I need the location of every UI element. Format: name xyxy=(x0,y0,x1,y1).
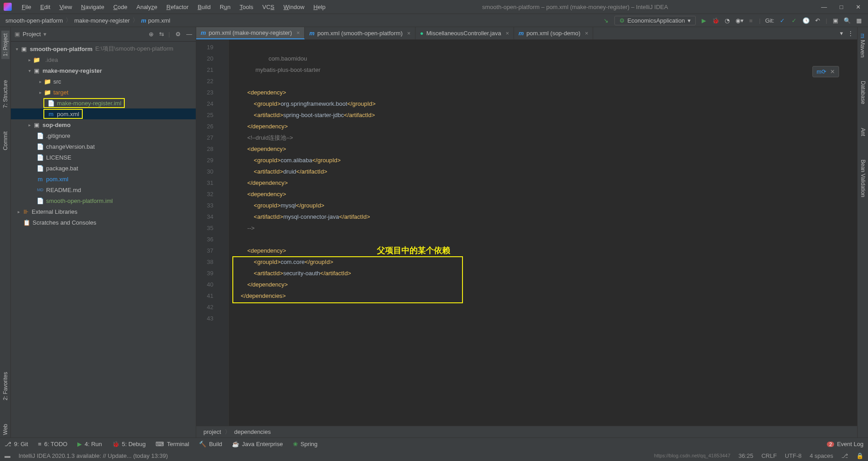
maximize-icon[interactable]: □ xyxy=(840,4,843,10)
menu-refactor[interactable]: Refactor xyxy=(163,2,192,12)
tree-root[interactable]: ▾▣ smooth-open-platform E:\项目\smooth-ope… xyxy=(11,43,196,54)
run-config-selector[interactable]: ⚙ EconomicsApplication ▾ xyxy=(614,16,696,25)
tw-event-log[interactable]: 2Event Log xyxy=(827,441,863,447)
bc-project[interactable]: project xyxy=(203,428,221,435)
git-rollback-icon[interactable]: ↶ xyxy=(814,17,821,24)
ide-settings-icon[interactable]: ▦ xyxy=(855,17,863,24)
sidebar-title[interactable]: Project xyxy=(23,31,41,38)
tree-sop-demo[interactable]: ▸▣sop-demo xyxy=(11,119,196,130)
tool-commit[interactable]: Commit xyxy=(1,129,9,153)
line-separator[interactable]: CRLF xyxy=(761,452,777,459)
tree-ext-lib[interactable]: ▸⊪External Libraries xyxy=(11,206,196,217)
menu-file[interactable]: File xyxy=(18,2,35,12)
search-everywhere-icon[interactable]: 🔍 xyxy=(844,17,851,24)
tab-close-icon[interactable]: × xyxy=(407,30,410,37)
tree-idea[interactable]: ▸📁.idea xyxy=(11,54,196,65)
tree-mmr[interactable]: ▾▣make-money-register xyxy=(11,65,196,76)
tree-sop-iml[interactable]: 📄smooth-open-platform.iml xyxy=(11,195,196,206)
bc-dependencies[interactable]: dependencies xyxy=(234,428,271,435)
lock-icon[interactable]: 🔒 xyxy=(856,452,863,459)
tool-maven[interactable]: m Maven xyxy=(859,31,867,60)
close-icon[interactable]: ✕ xyxy=(856,4,861,10)
fold-bar[interactable] xyxy=(222,40,229,426)
crumb-file[interactable]: pom.xml xyxy=(148,17,170,24)
git-branch-status[interactable]: ⎇ xyxy=(841,452,848,459)
menu-code[interactable]: Code xyxy=(110,2,131,12)
maven-overlay[interactable]: m⟳ ✕ xyxy=(812,66,839,77)
tree-root-pom[interactable]: mpom.xml xyxy=(11,174,196,184)
tw-debug[interactable]: 🐞5: Debug xyxy=(112,441,146,447)
expand-all-icon[interactable]: ⇆ xyxy=(159,31,164,38)
tree-package-bat[interactable]: 📄package.bat xyxy=(11,163,196,174)
tree-pom-selected[interactable]: mpom.xml xyxy=(11,108,196,119)
tree-scratches[interactable]: 📋Scratches and Consoles xyxy=(11,217,196,228)
tab-close-icon[interactable]: × xyxy=(585,30,589,37)
menu-view[interactable]: View xyxy=(56,2,75,12)
chevron-down-icon[interactable]: ▾ xyxy=(840,30,843,37)
menu-analyze[interactable]: Analyze xyxy=(133,2,161,12)
crumb-root[interactable]: smooth-open-platform xyxy=(5,17,63,24)
tw-java[interactable]: ☕Java Enterprise xyxy=(232,441,283,447)
tool-window-quick-icon[interactable]: ▬ xyxy=(5,452,10,459)
minimize-icon[interactable]: — xyxy=(821,4,827,10)
overlay-close-icon[interactable]: ✕ xyxy=(830,68,835,75)
indent-info[interactable]: 4 spaces xyxy=(810,452,833,459)
editor-tab[interactable]: mpom.xml (make-money-register)× xyxy=(196,27,305,39)
tool-web[interactable]: Web xyxy=(1,421,9,437)
tree-target[interactable]: ▸📁target xyxy=(11,87,196,98)
tool-project[interactable]: 1: Project xyxy=(1,31,9,59)
tree-mmr-iml[interactable]: 📄make-money-register.iml xyxy=(11,98,196,108)
file-encoding[interactable]: UTF-8 xyxy=(785,452,802,459)
coverage-icon[interactable]: ◔ xyxy=(724,17,731,24)
tw-todo[interactable]: ≡6: TODO xyxy=(38,441,67,447)
tw-terminal[interactable]: ⌨Terminal xyxy=(156,441,189,447)
menu-window[interactable]: Window xyxy=(280,2,308,12)
show-in-project-icon[interactable]: ▣ xyxy=(832,17,839,24)
git-update-icon[interactable]: ✓ xyxy=(779,17,786,24)
tool-bean-validation[interactable]: Bean Validation xyxy=(859,157,867,200)
tree-src[interactable]: ▸📁src xyxy=(11,76,196,87)
menu-help[interactable]: Help xyxy=(310,2,329,12)
status-message[interactable]: IntelliJ IDEA 2020.1.3 available: // Upd… xyxy=(19,452,168,459)
crumb-module[interactable]: make-money-register xyxy=(74,17,130,24)
maven-reload-icon[interactable]: m⟳ xyxy=(816,68,826,75)
tool-favorites[interactable]: 2: Favorites xyxy=(1,369,9,403)
tab-close-icon[interactable]: × xyxy=(297,29,300,36)
chevron-down-icon[interactable]: ▾ xyxy=(43,31,47,38)
code-editor[interactable]: 1920212223242526272829303132333435363738… xyxy=(196,40,857,426)
git-history-icon[interactable]: 🕓 xyxy=(802,17,810,24)
code-lines[interactable]: com.baomidou mybatis-plus-boot-starter <… xyxy=(229,40,857,426)
git-commit-icon[interactable]: ✓ xyxy=(791,17,798,24)
caret-position[interactable]: 36:25 xyxy=(739,452,754,459)
select-opened-icon[interactable]: ⊕ xyxy=(149,31,154,38)
menu-navigate[interactable]: Navigate xyxy=(77,2,108,12)
menu-run[interactable]: Run xyxy=(216,2,234,12)
gear-icon[interactable]: ⚙ xyxy=(175,31,181,38)
tool-ant[interactable]: Ant xyxy=(859,125,867,139)
project-tree[interactable]: ▾▣ smooth-open-platform E:\项目\smooth-ope… xyxy=(11,42,196,437)
hide-icon[interactable]: — xyxy=(186,31,192,38)
menu-build[interactable]: Build xyxy=(194,2,214,12)
tool-structure[interactable]: 7: Structure xyxy=(1,77,9,111)
tree-gitignore[interactable]: 📄.gitignore xyxy=(11,130,196,141)
tree-license[interactable]: 📄LICENSE xyxy=(11,152,196,163)
more-icon[interactable]: ⋮ xyxy=(848,30,854,37)
menu-tools[interactable]: Tools xyxy=(236,2,257,12)
tw-build[interactable]: 🔨Build xyxy=(199,441,222,447)
editor-tab[interactable]: ●MiscellaneousController.java× xyxy=(415,27,514,39)
build-hammer-icon[interactable]: ↘ xyxy=(603,17,610,24)
tw-run[interactable]: ▶4: Run xyxy=(77,441,102,447)
debug-icon[interactable]: 🐞 xyxy=(712,17,719,24)
stop-icon[interactable]: ■ xyxy=(747,17,755,24)
tree-readme[interactable]: MDREADME.md xyxy=(11,184,196,195)
tw-git[interactable]: ⎇9: Git xyxy=(5,441,28,447)
editor-tab[interactable]: mpom.xml (sop-demo)× xyxy=(514,27,593,39)
tree-changeversion[interactable]: 📄changeVersion.bat xyxy=(11,141,196,152)
run-icon[interactable]: ▶ xyxy=(700,17,708,24)
tw-spring[interactable]: ❀Spring xyxy=(293,441,318,447)
tab-close-icon[interactable]: × xyxy=(505,30,509,37)
editor-tab[interactable]: mpom.xml (smooth-open-platform)× xyxy=(305,27,415,39)
menu-edit[interactable]: Edit xyxy=(37,2,54,12)
menu-vcs[interactable]: VCS xyxy=(259,2,278,12)
tool-database[interactable]: Database xyxy=(859,78,867,107)
